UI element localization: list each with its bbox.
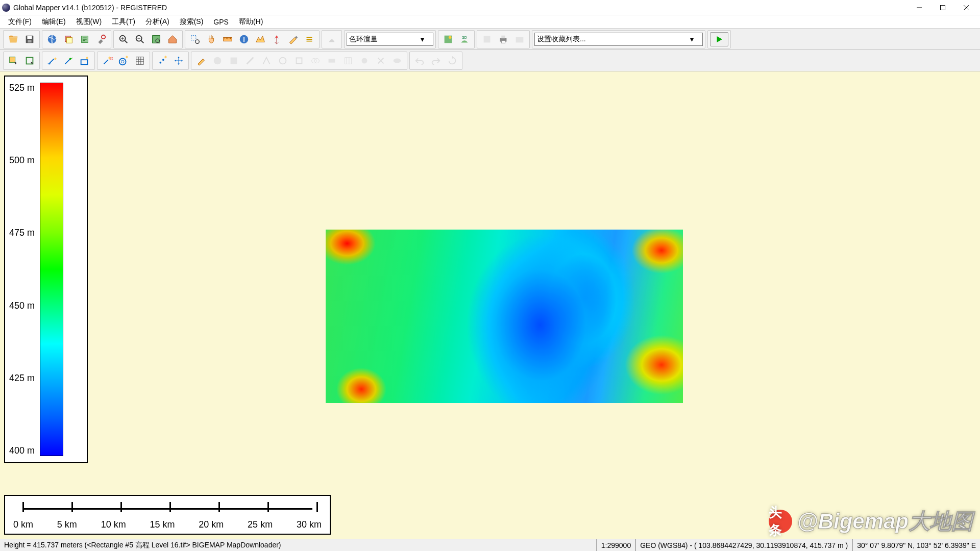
close-button[interactable] [954, 0, 978, 15]
dropdown-arrow-icon: ▾ [690, 35, 694, 43]
status-bar: Height = 415.737 meters (<Rectangle #5 高… [0, 539, 980, 551]
create-area-button[interactable] [22, 53, 37, 68]
db11 [373, 53, 388, 68]
legend-tick: 450 m [9, 300, 35, 311]
zoom-out-button[interactable] [132, 32, 148, 47]
open-button[interactable] [6, 32, 21, 47]
db6 [291, 53, 307, 68]
render-mode-value[interactable] [349, 35, 421, 43]
favorites-value[interactable] [537, 35, 690, 43]
svg-text:i: i [243, 35, 245, 43]
legend-color-bar [40, 83, 63, 456]
legend-tick: 425 m [9, 373, 35, 384]
3d-view-button[interactable]: 3D [457, 32, 472, 47]
svg-point-48 [314, 58, 319, 63]
db10 [357, 53, 372, 68]
render-mode-combo[interactable]: ▾ [347, 33, 433, 46]
menu-gps[interactable]: GPS [208, 16, 234, 28]
status-projection: GEO (WGS84) - ( 103.8684427429, 30.11939… [635, 539, 852, 551]
create-point-button[interactable] [155, 53, 170, 68]
globe-button[interactable] [44, 32, 60, 47]
minimize-button[interactable] [908, 0, 931, 15]
menu-help[interactable]: 帮助(H) [234, 16, 268, 28]
svg-point-22 [195, 39, 199, 43]
menu-tools[interactable]: 工具(T) [107, 16, 140, 28]
save-button[interactable] [22, 32, 37, 47]
zoom-in-button[interactable] [116, 32, 131, 47]
export-button [479, 32, 495, 47]
status-height: Height = 415.737 meters (<Rectangle #5 高… [0, 539, 596, 551]
zoom-extents-button[interactable] [149, 32, 164, 47]
scale-label: 5 km [57, 519, 77, 530]
db2 [226, 53, 241, 68]
scale-label: 0 km [13, 519, 33, 530]
legend-tick: 500 m [9, 155, 35, 166]
svg-point-42 [160, 61, 162, 63]
status-coords: 30° 07' 9.8079" N, 103° 52' 6.3939" E [852, 539, 980, 551]
viewshed-button[interactable] [269, 32, 284, 47]
svg-rect-49 [329, 59, 335, 62]
app-icon [2, 4, 10, 12]
create-grid-button[interactable] [132, 53, 148, 68]
favorites-combo[interactable]: ▾ [534, 33, 703, 46]
tools-button[interactable] [93, 32, 109, 47]
map-canvas[interactable]: 525 m 500 m 475 m 450 m 425 m 400 m 0 km [0, 71, 980, 539]
edit-line-button[interactable] [44, 53, 60, 68]
select-tool-button[interactable] [6, 53, 21, 68]
svg-rect-9 [66, 37, 72, 43]
edit-vertex-button[interactable] [61, 53, 76, 68]
menu-file[interactable]: 文件(F) [3, 16, 37, 28]
db3 [242, 53, 258, 68]
print-button[interactable] [496, 32, 511, 47]
db1 [210, 53, 225, 68]
rotate-button [445, 53, 460, 68]
move-point-button[interactable] [171, 53, 186, 68]
pan-button[interactable] [204, 32, 219, 47]
menu-edit[interactable]: 编辑(E) [37, 16, 71, 28]
svg-rect-5 [27, 36, 32, 39]
svg-point-26 [276, 36, 278, 38]
edit-attrs-button[interactable]: 25 [100, 53, 115, 68]
svg-point-50 [362, 58, 368, 63]
svg-point-51 [394, 58, 401, 63]
create-rect-button[interactable] [77, 53, 92, 68]
scale-label: 25 km [248, 519, 273, 530]
status-scale: 1:299000 [596, 539, 635, 551]
svg-point-11 [102, 35, 105, 38]
svg-point-7 [48, 35, 57, 43]
db4 [259, 53, 274, 68]
layers-button[interactable] [61, 32, 76, 47]
svg-line-13 [125, 40, 128, 43]
digitize-button[interactable] [285, 32, 301, 47]
config-button[interactable] [77, 32, 92, 47]
create-circle-button[interactable] [116, 53, 131, 68]
watermark-logo: 头条 [769, 510, 792, 533]
svg-point-40 [119, 58, 126, 65]
scale-bar: 0 km 5 km 10 km 15 km 20 km 25 km 30 km [4, 495, 331, 535]
menu-bar: 文件(F) 编辑(E) 视图(W) 工具(T) 分析(A) 搜索(S) GPS … [0, 15, 980, 29]
svg-point-44 [214, 57, 222, 64]
measure-button[interactable] [220, 32, 235, 47]
legend-tick: 525 m [9, 83, 35, 93]
home-button[interactable] [165, 32, 180, 47]
toolbar-row-1: i ▾ 3D ▾ [0, 29, 980, 50]
menu-view[interactable]: 视图(W) [71, 16, 107, 28]
menu-analysis[interactable]: 分析(A) [140, 16, 175, 28]
profile-button[interactable] [253, 32, 268, 47]
db7 [308, 53, 323, 68]
3d-button [324, 32, 339, 47]
shader-button[interactable] [440, 32, 456, 47]
menu-search[interactable]: 搜索(S) [175, 16, 209, 28]
zoom-select-button[interactable] [187, 32, 203, 47]
maximize-button[interactable] [931, 0, 954, 15]
info-button[interactable]: i [236, 32, 252, 47]
svg-point-37 [69, 58, 71, 60]
capture-button [512, 32, 527, 47]
play-button[interactable] [710, 32, 728, 46]
svg-rect-32 [501, 35, 505, 38]
svg-point-46 [280, 57, 286, 64]
edit-tool-button[interactable] [193, 53, 209, 68]
svg-text:3D: 3D [462, 35, 467, 40]
legend-tick: 400 m [9, 445, 35, 456]
dropdown-icon[interactable] [302, 32, 317, 47]
